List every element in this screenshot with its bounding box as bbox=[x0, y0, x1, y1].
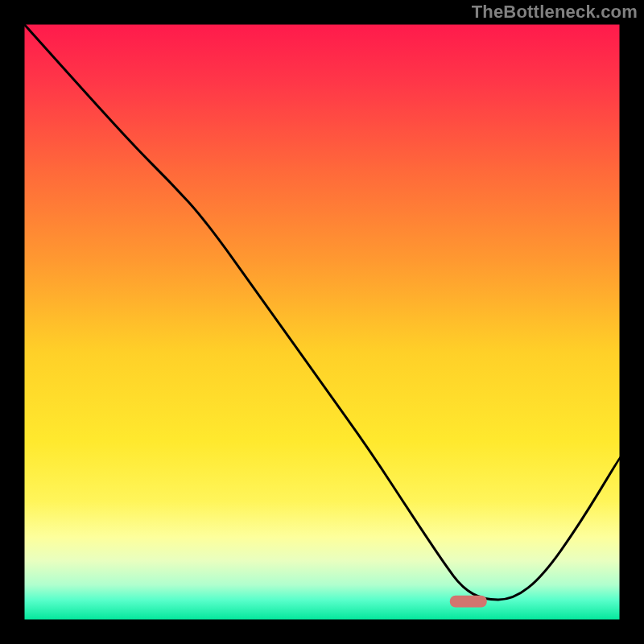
chart-stage: TheBottleneck.com bbox=[0, 0, 644, 644]
watermark-text: TheBottleneck.com bbox=[472, 2, 638, 23]
bottleneck-plot bbox=[0, 0, 644, 644]
plot-background bbox=[23, 23, 621, 621]
optimum-marker bbox=[450, 596, 487, 608]
